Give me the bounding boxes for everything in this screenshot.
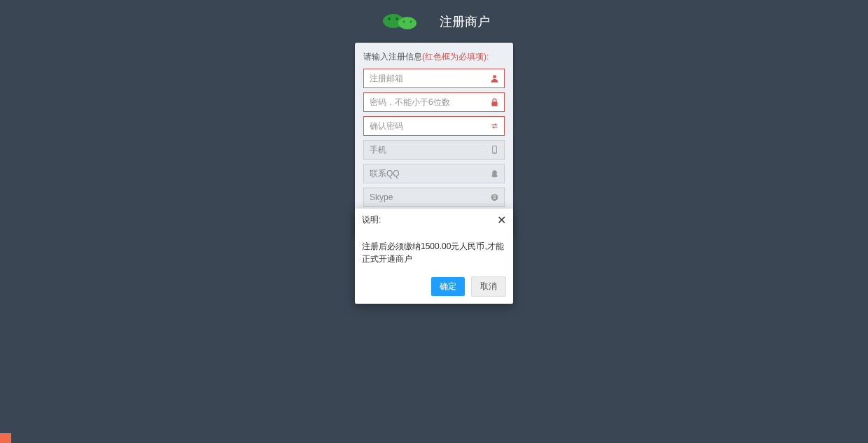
confirm-button[interactable]: 确定 — [431, 277, 465, 296]
close-icon[interactable]: ✕ — [497, 215, 506, 226]
qq-field[interactable] — [363, 164, 505, 183]
phone-group — [363, 140, 505, 160]
modal-footer: 确定 取消 — [355, 271, 513, 304]
page-header: 注册商户 — [0, 0, 868, 30]
svg-point-4 — [403, 21, 405, 23]
corner-badge — [0, 433, 11, 443]
modal-header: 说明: ✕ — [355, 209, 513, 232]
qq-group — [363, 164, 505, 183]
phone-field[interactable] — [363, 140, 505, 160]
modal-body: 注册后必须缴纳1500.00元人民币,才能正式开通商户 — [355, 232, 513, 271]
form-hint: 请输入注册信息(红色框为必填项): — [363, 51, 505, 63]
page-title: 注册商户 — [440, 13, 490, 30]
cancel-button[interactable]: 取消 — [471, 276, 506, 297]
email-field[interactable] — [363, 69, 505, 88]
svg-point-6 — [493, 75, 496, 78]
phone-icon — [490, 146, 499, 155]
email-group — [363, 69, 505, 88]
info-modal: 说明: ✕ 注册后必须缴纳1500.00元人民币,才能正式开通商户 确定 取消 — [355, 209, 513, 304]
svg-point-5 — [410, 21, 412, 23]
modal-title: 说明: — [362, 214, 381, 226]
skype-group: S — [363, 188, 505, 207]
qq-icon — [490, 169, 499, 178]
lock-icon — [490, 98, 499, 107]
retweet-icon — [490, 122, 499, 131]
skype-field[interactable] — [363, 188, 505, 207]
confirm-password-group — [363, 116, 505, 136]
svg-text:S: S — [493, 195, 496, 199]
svg-point-2 — [388, 17, 391, 20]
password-field[interactable] — [363, 92, 505, 112]
hint-required: (红色框为必填项): — [422, 52, 489, 62]
svg-point-11 — [491, 174, 497, 177]
svg-rect-7 — [491, 101, 497, 106]
password-group — [363, 92, 505, 112]
registration-form: 请输入注册信息(红色框为必填项): S — [355, 43, 513, 235]
svg-point-3 — [396, 17, 398, 20]
svg-point-1 — [398, 17, 416, 29]
confirm-password-field[interactable] — [363, 116, 505, 136]
skype-icon: S — [490, 193, 499, 202]
hint-prefix: 请输入注册信息 — [363, 52, 422, 62]
user-icon — [490, 74, 499, 83]
wechat-logo — [378, 13, 427, 30]
